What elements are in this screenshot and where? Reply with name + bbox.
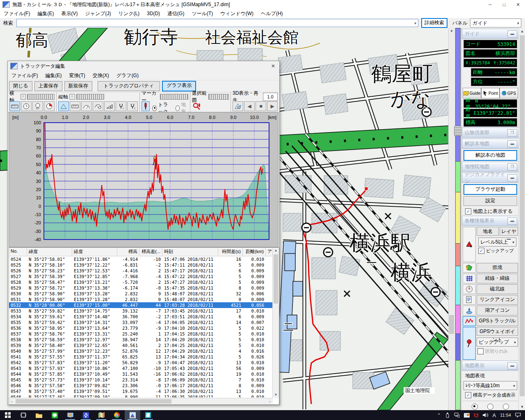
task-view-button[interactable] (16, 410, 31, 420)
table-row[interactable]: 0544N 35°27'57.85"E139°37'10.49"31.543-1… (9, 371, 279, 377)
table-vertical-scrollbar[interactable]: ▲ ▼ (272, 248, 279, 398)
elevation-composite-checkbox[interactable]: ✓標高データ合成表示 (465, 392, 517, 398)
strip-seg-blue3[interactable] (455, 333, 461, 361)
collapse-icon[interactable]: ▬ (507, 30, 517, 38)
chiriin-section-header[interactable]: 地理院地図 ❐ (462, 162, 519, 172)
magnetic-north-button[interactable]: 磁北線 (477, 284, 518, 294)
column-header-5[interactable]: 時刻 (162, 248, 218, 256)
track-menu-item-0[interactable]: ファイル(F) (8, 71, 41, 80)
table-row[interactable]: 0528N 35°27'58.47"E139°37'13.21"-5.72021… (9, 279, 279, 285)
table-row[interactable]: 0530N 35°27'58.90"E139°37'13.28"2.832915… (9, 291, 279, 297)
speed-gauge-icon[interactable] (81, 101, 92, 111)
hidden-icons-chevron[interactable]: ⌃ (437, 413, 441, 418)
checkbox-checked-icon[interactable]: ✓ (465, 208, 471, 215)
stop-icon[interactable]: ■ (256, 101, 266, 111)
restore-icon[interactable]: ❐ (507, 163, 517, 171)
grid-lines-icon[interactable] (463, 274, 476, 283)
menu-item-4[interactable]: リンク(L) (115, 9, 144, 18)
column-header-3[interactable]: 標高 (117, 248, 139, 256)
network-icon[interactable] (454, 413, 460, 418)
distance-ruler-icon[interactable] (70, 101, 80, 111)
menu-item-6[interactable]: 通信(G) (164, 9, 188, 18)
waypoint-select[interactable]: ピックアップ▾ (477, 338, 518, 347)
table-row[interactable]: 0542N 35°27'57.83"E139°37'11.20"56.829-9… (9, 360, 279, 365)
haxis-slider[interactable] (27, 94, 55, 100)
remote-desktop-button[interactable] (78, 410, 94, 420)
scroll-down-arrow[interactable]: ▼ (273, 392, 279, 398)
ruler-icon[interactable] (9, 101, 20, 111)
clock-number-icon[interactable]: 123 (32, 101, 43, 111)
table-row[interactable]: 0543N 35°27'57.93"E139°37'10.86"47.100-1… (9, 365, 279, 371)
menu-item-7[interactable]: ツール(T) (188, 9, 217, 18)
track-menu-item-3[interactable]: 交換(X) (89, 71, 113, 80)
table-row[interactable]: 0535N 35°27'59.42"E139°37'14.31"33.097-4… (9, 320, 279, 325)
sensor1-icon[interactable]: 1 (116, 101, 126, 111)
column-header-6[interactable]: 時間差(s) (218, 248, 243, 256)
tab-point[interactable]: Point (481, 88, 500, 98)
strip-seg-cyan[interactable] (455, 266, 461, 306)
elevation-icon[interactable] (58, 101, 69, 111)
kugiri-checkbox[interactable]: 区切りのみ (477, 348, 518, 354)
strip-seg-green[interactable] (455, 161, 461, 193)
table-row[interactable]: 0526N 35°27'58.23"E139°37'12.53"-4.41621… (9, 268, 279, 274)
strip-seg-salmon[interactable] (455, 243, 461, 267)
panel-index-strip[interactable] (454, 28, 461, 410)
time-pie-icon[interactable] (44, 101, 55, 111)
scroll-up-arrow[interactable]: ▲ (519, 28, 525, 34)
layer-button[interactable]: レイヤー (500, 227, 518, 236)
table-row[interactable]: 0539N 35°27'58.40"E139°37'12.65"40.56121… (9, 342, 279, 348)
slope-icon[interactable] (104, 101, 115, 111)
table-row[interactable]: 0534N 35°27'59.61"E139°37'14.48"36.700-2… (9, 314, 279, 320)
placename-button[interactable]: 地名 (477, 227, 499, 236)
link-icon[interactable] (463, 295, 476, 305)
panel-scrollbar[interactable]: ▲ ▼ (518, 28, 525, 410)
selection-marker-icon[interactable] (192, 101, 203, 111)
column-header-1[interactable]: 緯度 (27, 248, 72, 256)
marker-pin-icon[interactable] (142, 101, 150, 111)
chrome-button[interactable] (109, 410, 125, 420)
strip-seg-blue[interactable] (455, 28, 461, 126)
table-row[interactable]: 0525N 35°27'58.10"E139°37'12.22"-6.831-2… (9, 262, 279, 268)
guide-section-header[interactable]: ガイド ▬ (462, 29, 519, 39)
light-dir-n[interactable] (487, 404, 493, 410)
menu-item-2[interactable]: 表示(V) (57, 9, 81, 18)
minimize-button[interactable]: ─ (483, 0, 497, 9)
gps-waypoint-icon[interactable] (463, 327, 476, 360)
action-center-icon[interactable] (515, 413, 521, 418)
light-dir-nw[interactable] (472, 404, 478, 410)
map-style-select[interactable]: ﾚﾘｰﾌ等高線10m▾ (463, 381, 517, 390)
graph-display-button[interactable]: グラフ表示 (162, 81, 196, 91)
table-row[interactable]: 0533N 35°27'59.82"E139°37'14.75"39.132-7… (9, 308, 279, 314)
strip-seg-magenta[interactable] (455, 305, 461, 334)
pace-gauge-icon[interactable] (93, 101, 103, 111)
strip-seg-yellow[interactable] (455, 192, 461, 244)
table-row[interactable]: 0527N 35°27'58.39"E139°37'12.85"-7.968-4… (9, 274, 279, 279)
kashmir3d-taskbar-button[interactable]: KID (125, 410, 140, 420)
play-back-icon[interactable]: ◀ (244, 101, 255, 111)
light-dir-ne[interactable] (503, 404, 509, 410)
column-header-7[interactable]: 距離(km) (243, 248, 266, 256)
scroll-down-arrow[interactable]: ▼ (519, 404, 525, 410)
marker-slider[interactable] (160, 94, 188, 100)
sticky-notes-button[interactable] (140, 410, 156, 420)
prefecture-border-button[interactable]: 県境 (477, 263, 518, 273)
table-row[interactable]: 0548N 35°27'57.46"E139°37'09.10"8.990-11… (9, 394, 279, 397)
table-row[interactable]: 0531N 35°27'58.90"E139°37'13.28"2.832015… (9, 297, 279, 302)
table-row[interactable]: 0546N 35°27'57.58"E139°37'09.82"23.306-0… (9, 383, 279, 388)
scroll-left-arrow[interactable]: ‹ (9, 399, 15, 404)
pickup-checkbox[interactable]: ✓ピックアップ (478, 248, 518, 254)
photos-app-button[interactable] (62, 410, 78, 420)
menu-item-8[interactable]: ウィンドウ(W) (217, 9, 257, 18)
panel-select[interactable]: ガイド ▾ (470, 18, 521, 27)
gps-track-button[interactable]: GPSトラック/ルート (477, 316, 518, 326)
menu-item-3[interactable]: ジャンプ(J) (81, 9, 114, 18)
show-on-map-checkbox[interactable]: ✓ 地図上に表示する (465, 208, 517, 215)
advanced-search-button[interactable]: 詳細検索 (421, 18, 447, 28)
mail-icon[interactable] (464, 413, 470, 418)
table-row[interactable]: 0537N 35°27'58.76"E139°37'13.31"25.24011… (9, 331, 279, 337)
menu-item-5[interactable]: 3D(D) (143, 9, 164, 18)
column-header-4[interactable]: 標高差(... (139, 248, 162, 256)
tab-gps[interactable]: GPS (500, 88, 518, 98)
lake-icon-button[interactable]: 湖アイコン (477, 306, 518, 315)
column-header-0[interactable]: No. (9, 248, 27, 256)
